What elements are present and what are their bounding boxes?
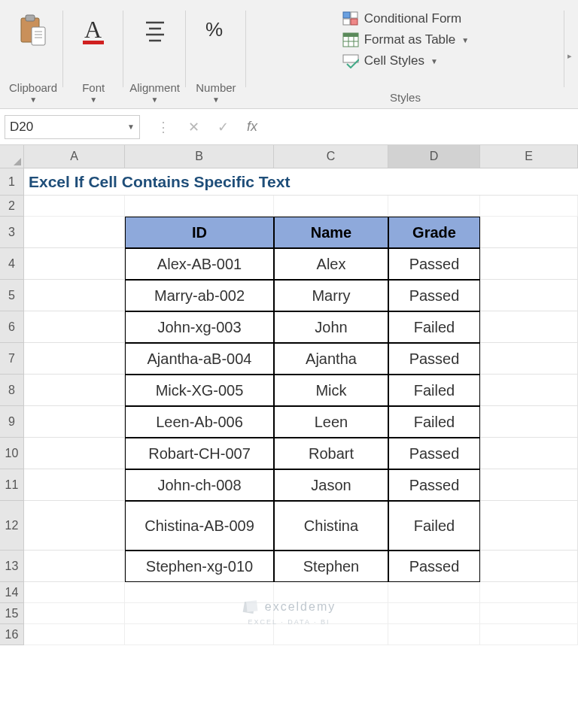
cell-grade[interactable]: Passed [388,469,480,501]
sheet-title[interactable]: Excel If Cell Contains Specific Text [24,168,578,196]
cell[interactable] [480,196,578,217]
cell-grade[interactable]: Failed [388,501,480,551]
cell-id[interactable]: Alex-AB-001 [125,248,274,280]
cell-id[interactable]: John-xg-003 [125,311,274,343]
cell-name[interactable]: Robart [274,438,388,469]
ribbon-expand[interactable]: ▸ [564,6,575,105]
cell[interactable] [480,551,578,582]
cell[interactable] [24,196,125,217]
col-header-e[interactable]: E [480,145,578,168]
cell-grade[interactable]: Passed [388,280,480,311]
row-header[interactable]: 3 [0,217,24,248]
cell[interactable] [24,406,125,438]
row-header[interactable]: 10 [0,438,24,469]
cell[interactable] [480,582,578,603]
row-header[interactable]: 13 [0,551,24,582]
cell[interactable] [480,343,578,375]
cell[interactable] [480,217,578,248]
cell-grade[interactable]: Passed [388,248,480,280]
worksheet-grid[interactable]: A B C D E 1 Excel If Cell Contains Speci… [0,145,578,645]
cell-name[interactable]: John [274,311,388,343]
cell[interactable] [24,217,125,248]
col-header-b[interactable]: B [125,145,274,168]
cell-name[interactable]: Marry [274,280,388,311]
cell[interactable] [480,469,578,501]
cell-name[interactable]: Leen [274,406,388,438]
cancel-icon[interactable]: ✕ [188,119,199,135]
cell-id[interactable]: Marry-ab-002 [125,280,274,311]
row-header[interactable]: 14 [0,582,24,603]
enter-icon[interactable]: ✓ [218,119,229,135]
cell-name[interactable]: Alex [274,248,388,280]
fx-label[interactable]: fx [247,119,257,135]
clipboard-button[interactable] [9,9,57,51]
table-header-id[interactable]: ID [125,217,274,248]
cell[interactable] [24,624,125,645]
row-header[interactable]: 6 [0,311,24,343]
cell[interactable] [274,196,388,217]
chevron-down-icon[interactable]: ▼ [90,96,97,104]
cell-id[interactable]: Stephen-xg-010 [125,551,274,582]
row-header[interactable]: 16 [0,624,24,645]
name-box[interactable]: D20 ▼ [5,115,140,139]
chevron-down-icon[interactable]: ▼ [151,96,159,104]
row-header[interactable]: 7 [0,343,24,375]
row-header[interactable]: 9 [0,406,24,438]
cell-name[interactable]: Jason [274,469,388,501]
format-as-table-button[interactable]: Format as Table ▼ [342,32,469,48]
cell-grade[interactable]: Failed [388,311,480,343]
cell-id[interactable]: Mick-XG-005 [125,375,274,406]
cell-id[interactable]: Leen-Ab-006 [125,406,274,438]
row-header[interactable]: 8 [0,375,24,406]
cell[interactable] [24,469,125,501]
chevron-down-icon[interactable]: ▼ [29,96,37,104]
formula-input[interactable] [263,115,578,139]
row-header[interactable]: 15 [0,603,24,624]
conditional-formatting-button[interactable]: Conditional Form [342,11,469,27]
col-header-c[interactable]: C [274,145,388,168]
cell[interactable] [24,280,125,311]
table-header-grade[interactable]: Grade [388,217,480,248]
col-header-a[interactable]: A [24,145,125,168]
cell-id[interactable]: Chistina-AB-009 [125,501,274,551]
cell[interactable] [24,438,125,469]
cell[interactable] [24,501,125,551]
select-all-button[interactable] [0,145,24,168]
cell[interactable] [24,551,125,582]
cell-grade[interactable]: Failed [388,406,480,438]
row-header[interactable]: 1 [0,168,24,196]
cell-grade[interactable]: Passed [388,343,480,375]
cell[interactable] [24,248,125,280]
cell[interactable] [24,603,125,624]
cell[interactable] [480,438,578,469]
cell[interactable] [388,603,480,624]
cell[interactable] [24,582,125,603]
alignment-button[interactable] [131,9,179,51]
cell-name[interactable]: Stephen [274,551,388,582]
cell[interactable] [388,196,480,217]
row-header[interactable]: 5 [0,280,24,311]
row-header[interactable]: 2 [0,196,24,217]
cell[interactable] [274,624,388,645]
cell[interactable] [24,375,125,406]
table-header-name[interactable]: Name [274,217,388,248]
cell-name[interactable]: Chistina [274,501,388,551]
cell[interactable] [24,343,125,375]
cell-grade[interactable]: Passed [388,438,480,469]
cell[interactable] [480,501,578,551]
cell-name[interactable]: Ajantha [274,343,388,375]
font-button[interactable]: A [69,9,117,51]
cell-grade[interactable]: Passed [388,551,480,582]
row-header[interactable]: 12 [0,501,24,551]
cell[interactable] [480,311,578,343]
cell[interactable] [480,280,578,311]
cell[interactable] [480,375,578,406]
cell-grade[interactable]: Failed [388,375,480,406]
cell-styles-button[interactable]: Cell Styles ▼ [342,53,469,69]
chevron-down-icon[interactable]: ▼ [127,123,135,131]
dots-icon[interactable]: ⋮ [157,119,170,135]
cell[interactable] [125,624,274,645]
cell-name[interactable]: Mick [274,375,388,406]
cell[interactable] [480,624,578,645]
col-header-d[interactable]: D [388,145,480,168]
